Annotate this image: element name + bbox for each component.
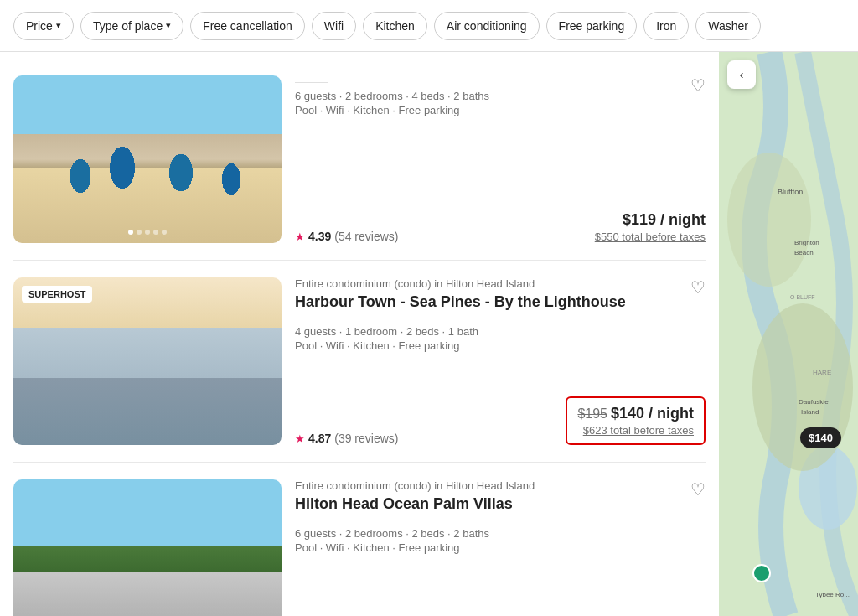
listing-image[interactable]: SUPERHOST: [13, 277, 282, 445]
listing-top: Entire condominium (condo) in Hilton Hea…: [295, 479, 706, 554]
listing-guests: 4 guests · 1 bedroom · 2 beds · 1 bath: [295, 325, 626, 338]
filter-price[interactable]: Price▾: [13, 12, 74, 40]
filter-air-conditioning[interactable]: Air conditioning: [434, 12, 540, 40]
rating-count: (39 reviews): [334, 432, 398, 445]
original-price: $195: [577, 406, 607, 421]
image-dots: [128, 230, 167, 235]
filter-label-iron: Iron: [656, 19, 676, 33]
listing-rating: ★4.87(39 reviews): [295, 432, 399, 445]
listing-card: 6 guests · 2 bedrooms · 4 beds · 2 baths…: [13, 59, 706, 261]
map-price-pin[interactable]: $140: [800, 427, 841, 448]
rating-score: 4.87: [308, 432, 331, 445]
listing-price: $119 / night$550 total before taxes: [595, 211, 706, 243]
filter-label-type-of-place: Type of place: [93, 19, 163, 33]
svg-point-2: [727, 153, 811, 287]
listing-price: $195$140 / night$623 total before taxes: [566, 396, 706, 445]
svg-text:Beach: Beach: [794, 249, 814, 256]
listing-divider: [295, 318, 328, 318]
filter-label-washer: Washer: [708, 19, 748, 33]
listing-rating: ★4.39(54 reviews): [295, 230, 399, 243]
svg-text:Island: Island: [801, 408, 819, 416]
filter-label-air-conditioning: Air conditioning: [447, 19, 527, 33]
listing-info: Entire condominium (condo) in Hilton Hea…: [295, 277, 706, 445]
filter-label-free-parking: Free parking: [559, 19, 625, 33]
filter-label-free-cancellation: Free cancellation: [203, 19, 292, 33]
price-total: $550 total before taxes: [595, 230, 706, 243]
chevron-down-icon: ▾: [56, 20, 61, 31]
wishlist-button[interactable]: ♡: [690, 479, 706, 500]
main-layout: 6 guests · 2 bedrooms · 4 beds · 2 baths…: [0, 52, 858, 616]
price-total: $623 total before taxes: [577, 424, 694, 437]
listing-bottom: ★4.87(39 reviews)$195$140 / night$623 to…: [295, 396, 706, 445]
filter-type-of-place[interactable]: Type of place▾: [80, 12, 183, 40]
filter-iron[interactable]: Iron: [644, 12, 689, 40]
listing-divider: [295, 82, 328, 83]
app-container: Price▾Type of place▾Free cancellationWif…: [0, 0, 858, 616]
filter-wifi[interactable]: Wifi: [312, 12, 356, 40]
map-panel: Bluffton Brighton Beach Daufuskie Island…: [719, 52, 858, 616]
listing-top: 6 guests · 2 bedrooms · 4 beds · 2 baths…: [295, 75, 706, 116]
listing-image[interactable]: [13, 75, 282, 243]
listing-amenities: Pool · Wifi · Kitchen · Free parking: [295, 104, 489, 116]
listing-meta: Entire condominium (condo) in Hilton Hea…: [295, 479, 535, 492]
listing-card: Entire condominium (condo) in Hilton Hea…: [13, 463, 706, 616]
listing-title: Hilton Head Ocean Palm Villas: [295, 495, 535, 513]
price-row: $195$140 / night: [577, 405, 694, 422]
filter-washer[interactable]: Washer: [695, 12, 761, 40]
svg-point-3: [752, 303, 853, 471]
price-row: $119 / night: [595, 211, 706, 229]
filter-label-wifi: Wifi: [324, 19, 344, 33]
listing-amenities: Pool · Wifi · Kitchen · Free parking: [295, 541, 535, 554]
filter-label-price: Price: [26, 19, 53, 33]
listing-meta: Entire condominium (condo) in Hilton Hea…: [295, 277, 626, 290]
filter-label-kitchen: Kitchen: [375, 19, 415, 33]
listings-panel: 6 guests · 2 bedrooms · 4 beds · 2 baths…: [0, 52, 719, 616]
listing-amenities: Pool · Wifi · Kitchen · Free parking: [295, 339, 626, 352]
price-highlight-box: $195$140 / night$623 total before taxes: [566, 396, 706, 445]
wishlist-button[interactable]: ♡: [690, 277, 706, 298]
listing-title: Harbour Town - Sea Pines - By the Lighth…: [295, 293, 626, 311]
superhost-badge: SUPERHOST: [22, 286, 92, 303]
svg-text:O BLUFF: O BLUFF: [790, 294, 815, 300]
map-toggle-button[interactable]: ‹: [727, 60, 756, 89]
filter-kitchen[interactable]: Kitchen: [363, 12, 427, 40]
star-icon: ★: [295, 230, 305, 243]
image-dot[interactable]: [128, 230, 133, 235]
star-icon: ★: [295, 432, 305, 445]
image-dot[interactable]: [137, 230, 142, 235]
image-dot[interactable]: [162, 230, 167, 235]
filter-bar: Price▾Type of place▾Free cancellationWif…: [0, 0, 858, 52]
listing-guests: 6 guests · 2 bedrooms · 2 beds · 2 baths: [295, 527, 535, 540]
listing-text-block: 6 guests · 2 bedrooms · 4 beds · 2 baths…: [295, 75, 489, 116]
listing-divider: [295, 520, 328, 520]
filter-free-parking[interactable]: Free parking: [546, 12, 638, 40]
image-dot[interactable]: [153, 230, 158, 235]
svg-text:HARE: HARE: [813, 369, 831, 376]
listing-top: Entire condominium (condo) in Hilton Hea…: [295, 277, 706, 352]
chevron-down-icon: ▾: [166, 20, 171, 31]
svg-text:Bluffton: Bluffton: [778, 188, 803, 196]
listing-card: SUPERHOSTEntire condominium (condo) in H…: [13, 261, 706, 463]
listing-text-block: Entire condominium (condo) in Hilton Hea…: [295, 277, 626, 352]
listing-info: Entire condominium (condo) in Hilton Hea…: [295, 479, 706, 616]
map-circle-pin: [752, 564, 771, 582]
rating-score: 4.39: [308, 230, 331, 243]
filter-free-cancellation[interactable]: Free cancellation: [190, 12, 305, 40]
svg-text:Brighton: Brighton: [794, 239, 819, 246]
listing-text-block: Entire condominium (condo) in Hilton Hea…: [295, 479, 535, 554]
price-main: $119 / night: [623, 211, 706, 228]
listing-info: 6 guests · 2 bedrooms · 4 beds · 2 baths…: [295, 75, 706, 243]
svg-text:Tybee Ro...: Tybee Ro...: [815, 591, 850, 598]
image-dot[interactable]: [145, 230, 150, 235]
listing-guests: 6 guests · 2 bedrooms · 4 beds · 2 baths: [295, 90, 489, 102]
discounted-price: $140 / night: [611, 405, 694, 422]
rating-count: (54 reviews): [334, 230, 398, 243]
listing-image[interactable]: [13, 479, 282, 616]
svg-text:Daufuskie: Daufuskie: [799, 398, 829, 406]
listing-bottom: ★4.39(54 reviews)$119 / night$550 total …: [295, 211, 706, 243]
wishlist-button[interactable]: ♡: [690, 75, 706, 96]
